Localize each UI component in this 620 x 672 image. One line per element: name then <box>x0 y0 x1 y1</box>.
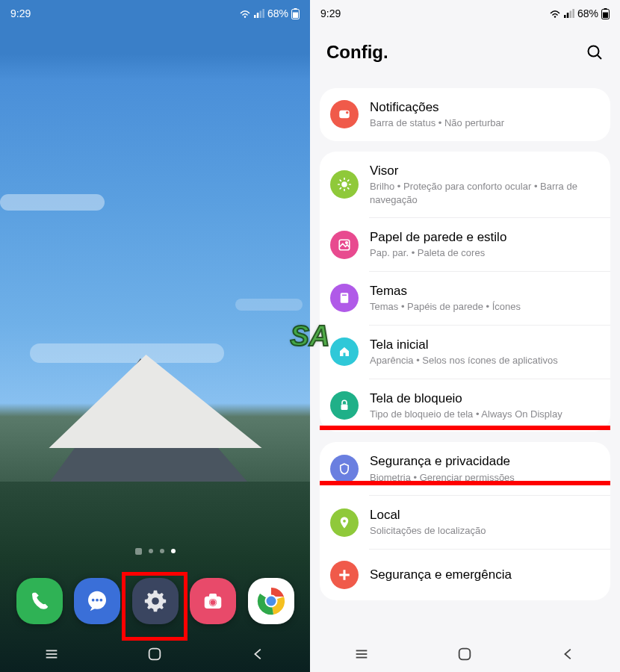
item-title: Notificações <box>370 99 598 115</box>
nav-recents-icon[interactable] <box>43 646 60 662</box>
item-text: Notificações Barra de status • Não pertu… <box>370 99 598 130</box>
page-indicator[interactable] <box>0 549 310 555</box>
settings-item-wallpaper[interactable]: Papel de parede e estilo Pap. par. • Pal… <box>369 217 610 271</box>
svg-rect-28 <box>572 9 574 18</box>
nav-back-icon[interactable] <box>250 646 267 662</box>
svg-rect-30 <box>604 8 607 10</box>
svg-point-50 <box>343 519 346 522</box>
settings-header: Config. <box>310 42 620 63</box>
phone-icon <box>28 590 51 612</box>
item-title: Visor <box>370 163 598 178</box>
svg-rect-4 <box>262 9 264 18</box>
battery-text: 68% <box>267 7 288 19</box>
battery-text: 68% <box>577 7 598 19</box>
wallpaper-cloud <box>235 299 303 311</box>
page-dot-active[interactable] <box>171 549 176 553</box>
settings-list[interactable]: Notificações Barra de status • Não pertu… <box>320 88 610 636</box>
messages-app[interactable] <box>74 578 120 624</box>
svg-rect-1 <box>254 15 256 18</box>
messages-icon <box>85 589 109 613</box>
svg-rect-6 <box>294 8 297 10</box>
settings-title: Config. <box>326 42 388 63</box>
settings-item-emergency[interactable]: Segurança e emergência <box>369 549 610 600</box>
item-text: Papel de parede e estilo Pap. par. • Pal… <box>370 229 598 260</box>
svg-rect-3 <box>260 11 262 19</box>
item-text: Temas Temas • Papéis de parede • Ícones <box>370 283 598 314</box>
svg-rect-48 <box>342 295 347 296</box>
nav-recents-icon[interactable] <box>353 646 370 662</box>
status-icons: 68% <box>549 7 610 19</box>
svg-point-24 <box>554 16 556 17</box>
svg-rect-2 <box>257 13 259 18</box>
settings-card: Notificações Barra de status • Não pertu… <box>320 88 610 141</box>
nav-home-icon[interactable] <box>146 646 163 662</box>
page-dot[interactable] <box>160 549 164 553</box>
svg-rect-7 <box>293 12 298 18</box>
item-subtitle: Temas • Papéis de parede • Ícones <box>370 300 598 314</box>
svg-rect-26 <box>567 13 569 18</box>
phone-app[interactable] <box>16 578 63 624</box>
item-subtitle: Aparência • Selos nos ícones de aplicati… <box>370 354 598 367</box>
notifications-icon <box>330 100 359 128</box>
settings-item-location[interactable]: Local Solicitações de localização <box>369 495 610 549</box>
svg-line-41 <box>340 180 341 181</box>
svg-rect-54 <box>459 649 471 660</box>
battery-icon <box>291 8 300 19</box>
svg-point-10 <box>96 598 99 601</box>
svg-point-46 <box>346 241 347 243</box>
svg-point-35 <box>346 111 348 113</box>
emergency-icon <box>330 561 359 589</box>
navigation-bar <box>310 636 620 672</box>
search-icon[interactable] <box>586 43 604 61</box>
page-dot-home[interactable] <box>135 548 142 555</box>
settings-item-notifications[interactable]: Notificações Barra de status • Não pertu… <box>320 88 610 141</box>
settings-panel: 9:29 68% Config. Notificações Barra de s… <box>310 0 620 672</box>
svg-point-15 <box>209 598 217 606</box>
wifi-icon <box>239 9 251 18</box>
status-time: 9:29 <box>10 7 31 19</box>
signal-icon <box>254 9 264 18</box>
status-bar: 9:29 68% <box>0 0 310 27</box>
svg-rect-23 <box>149 649 161 660</box>
svg-point-9 <box>92 598 95 601</box>
item-text: Tela de bloqueio Tipo de bloqueio de tel… <box>370 391 598 421</box>
watermark: SA <box>291 320 330 352</box>
themes-icon <box>330 284 359 312</box>
svg-point-19 <box>266 596 276 606</box>
item-subtitle: Barra de status • Não perturbar <box>370 116 598 130</box>
home-screen-panel: 9:29 68% <box>0 0 310 672</box>
svg-line-44 <box>348 180 349 181</box>
settings-item-themes[interactable]: Temas Temas • Papéis de parede • Ícones <box>369 271 610 325</box>
svg-rect-14 <box>209 594 217 597</box>
settings-item-home[interactable]: Tela inicial Aparência • Selos nos ícone… <box>369 325 610 379</box>
svg-point-0 <box>244 16 246 17</box>
svg-line-42 <box>348 188 349 189</box>
settings-item-display[interactable]: Visor Brilho • Proteção para conforto oc… <box>320 152 610 217</box>
camera-app[interactable] <box>190 578 236 624</box>
item-subtitle: Brilho • Proteção para conforto ocular •… <box>370 180 598 206</box>
lock-icon <box>330 391 359 420</box>
camera-icon <box>202 590 224 612</box>
home-icon <box>330 337 359 366</box>
battery-icon <box>601 8 610 19</box>
svg-rect-27 <box>570 11 572 19</box>
svg-rect-25 <box>564 15 566 18</box>
item-title: Papel de parede e estilo <box>370 229 598 245</box>
item-text: Segurança e emergência <box>370 567 598 582</box>
item-title: Local <box>370 507 598 523</box>
svg-rect-49 <box>341 404 348 410</box>
item-subtitle: Solicitações de localização <box>370 524 598 538</box>
nav-home-icon[interactable] <box>456 646 473 662</box>
svg-point-32 <box>589 46 599 57</box>
nav-back-icon[interactable] <box>560 646 577 662</box>
svg-line-43 <box>340 188 341 189</box>
settings-item-lock-screen[interactable]: Tela de bloqueio Tipo de bloqueio de tel… <box>369 379 610 432</box>
svg-rect-47 <box>341 293 349 304</box>
wifi-icon <box>549 9 561 18</box>
svg-line-33 <box>598 55 601 59</box>
page-dot[interactable] <box>149 549 153 553</box>
status-time: 9:29 <box>320 7 341 19</box>
item-subtitle: Pap. par. • Paleta de cores <box>370 246 598 260</box>
wallpaper-cloud <box>0 194 105 211</box>
chrome-app[interactable] <box>248 578 294 624</box>
